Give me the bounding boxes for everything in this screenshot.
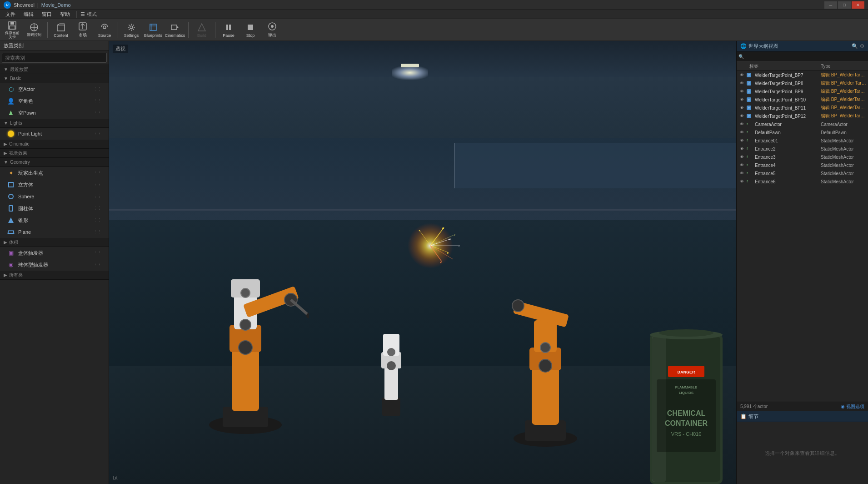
outliner-item[interactable]: 👁fWelderTargetPoint_BP7编辑 BP_WelderTarge… [737,71,868,79]
visibility-icon[interactable]: 👁 [738,96,745,103]
left-panel: 放置类别 ▼ 最近放置 ▼ Basic ⬡ 空Actor ⋮⋮ [0,41,109,484]
menu-edit[interactable]: 编辑 [20,10,37,19]
actor-item-point-light[interactable]: Point Light ⋮⋮ [0,128,109,140]
visibility-icon[interactable]: 👁 [738,113,745,119]
blueprints-button[interactable]: Blueprints [143,20,164,40]
actor-item-cone[interactable]: 锥形 ⋮⋮ [0,214,109,226]
outliner-item[interactable]: 👁fEntrance6StaticMeshActor [737,177,868,186]
build-button[interactable]: Build [191,20,212,40]
actor-item-cube[interactable]: 立方体 ⋮⋮ [0,179,109,191]
close-button[interactable]: ✕ [852,1,864,9]
category-vfx-arrow: ▶ [4,151,7,156]
category-volumes[interactable]: ▶ 体积 [0,238,109,247]
outliner-item-name: Entrance2 [753,146,820,151]
pause-icon [224,22,234,32]
outliner-item-name: DefaultPawn [753,130,820,135]
visibility-icon[interactable]: 👁 [738,80,745,86]
actor-item-cylinder[interactable]: 圆柱体 ⋮⋮ [0,202,109,214]
marketplace-icon [78,21,88,31]
source-button[interactable]: Source [94,20,115,40]
settings-button[interactable]: Settings [121,20,142,40]
outliner-item[interactable]: 👁fEntrance01StaticMeshActor [737,136,868,145]
actor-item-character[interactable]: 👤 空角色 ⋮⋮ [0,95,109,107]
category-all-classes[interactable]: ▶ 所有类 [0,271,109,280]
visibility-icon[interactable]: 👁 [738,146,745,152]
menu-file[interactable]: 文件 [2,10,19,19]
search-input[interactable] [2,53,107,63]
category-lights-label: Lights [10,121,22,126]
cinematics-label: Cinematics [165,33,185,38]
stop-button[interactable]: Stop [240,20,261,40]
eject-button[interactable]: 弹出 [262,20,283,40]
outliner-item[interactable]: 👁fWelderTargetPoint_BP12编辑 BP_WelderTarg… [737,112,868,120]
actor-item-player-start[interactable]: ✦ 玩家出生点 ⋮⋮ [0,167,109,179]
source-control-button[interactable]: 源码控制 [24,20,45,40]
menu-window[interactable]: 窗口 [38,10,55,19]
actor-item-trigger-sphere[interactable]: ◉ 球体型触发器 ⋮⋮ [0,259,109,271]
svg-point-30 [241,288,250,297]
viewport[interactable]: DANGER FLAMMABLE LIQUIDS CHEMICAL CONTAI… [109,41,736,484]
outliner-item[interactable]: 👁fWelderTargetPoint_BP10编辑 BP_WelderTarg… [737,96,868,104]
outliner-item-type: CameraActor [821,122,866,127]
cone-label: 锥形 [18,217,28,224]
outliner-item[interactable]: 👁fDefaultPawnDefaultPawn [737,128,868,136]
visibility-icon[interactable]: 👁 [738,162,745,168]
view-options-button[interactable]: ◉ 视图选项 [841,403,864,410]
actor-item-pawn[interactable]: ♟ 空Pawn ⋮⋮ [0,107,109,119]
details-header: 📋 细节 [737,411,868,422]
maximize-button[interactable]: □ [838,1,851,9]
category-visual-effects[interactable]: ▶ 视觉效果 [0,149,109,158]
outliner-item-type: StaticMeshActor [821,179,866,184]
visibility-icon[interactable]: 👁 [738,72,745,78]
outliner-item[interactable]: 👁fWelderTargetPoint_BP9编辑 BP_WelderTarge… [737,87,868,96]
outliner-item[interactable]: 👁fEntrance2StaticMeshActor [737,145,868,153]
menu-help[interactable]: 帮助 [56,10,74,19]
outliner-item[interactable]: 👁fCameraActorCameraActor [737,120,868,128]
svg-point-65 [454,235,455,236]
pause-button[interactable]: Pause [218,20,239,40]
outliner-search-input[interactable] [746,54,866,60]
player-start-icon: ✦ [7,169,15,176]
visibility-icon[interactable]: 👁 [738,170,745,176]
category-vfx-label: 视觉效果 [9,150,27,156]
bp-icon: f [747,89,751,94]
actor-item-plane[interactable]: Plane ⋮⋮ [0,226,109,238]
visibility-icon[interactable]: 👁 [738,154,745,160]
svg-rect-2 [10,26,15,29]
marketplace-button[interactable]: 市场 [72,20,93,40]
svg-point-60 [449,239,451,240]
category-basic[interactable]: ▼ Basic [0,74,109,83]
outliner-item[interactable]: 👁fEntrance3StaticMeshActor [737,153,868,161]
category-recent[interactable]: ▼ 最近放置 [0,65,109,74]
outliner-item[interactable]: 👁fEntrance4StaticMeshActor [737,161,868,169]
cinematics-button[interactable]: Cinematics [165,20,185,40]
trigger-box-icon: ▣ [7,249,15,257]
content-button[interactable]: Content [50,20,71,40]
visibility-icon[interactable]: 👁 [738,129,745,136]
visibility-icon[interactable]: 👁 [738,137,745,144]
search-icon[interactable]: 🔍 [852,43,858,49]
main-toolbar: 保存当前关卡 源码控制 Content 市场 Source Settings [0,19,868,41]
drag-handle-cone: ⋮⋮ [93,218,101,222]
category-cinematic[interactable]: ▶ Cinematic [0,140,109,149]
category-lights[interactable]: ▼ Lights [0,119,109,128]
outliner-item[interactable]: 👁fEntrance5StaticMeshActor [737,169,868,177]
outliner-item-type: StaticMeshActor [821,163,866,168]
category-geometry[interactable]: ▼ Geometry [0,158,109,167]
svg-rect-37 [532,366,559,425]
actor-count: 5,991 个actor [740,403,768,410]
outliner-item[interactable]: 👁fWelderTargetPoint_BP8编辑 BP_Welder Targ… [737,79,868,87]
actor-item-trigger-box[interactable]: ▣ 盒体触发器 ⋮⋮ [0,247,109,259]
save-button[interactable]: 保存当前关卡 [2,20,23,40]
visibility-icon[interactable]: 👁 [738,88,745,95]
visibility-icon[interactable]: 👁 [738,178,745,185]
trigger-sphere-icon: ◉ [7,261,15,268]
minimize-button[interactable]: ─ [824,1,837,9]
outliner-item[interactable]: 👁fWelderTargetPoint_BP11编辑 BP_WelderTarg… [737,104,868,112]
visibility-icon[interactable]: 👁 [738,121,745,127]
visibility-icon[interactable]: 👁 [738,105,745,111]
actor-item-actor[interactable]: ⬡ 空Actor ⋮⋮ [0,83,109,95]
settings-icon-outliner[interactable]: ⚙ [860,43,864,49]
actor-item-sphere[interactable]: Sphere ⋮⋮ [0,191,109,202]
robot-right [491,275,600,448]
